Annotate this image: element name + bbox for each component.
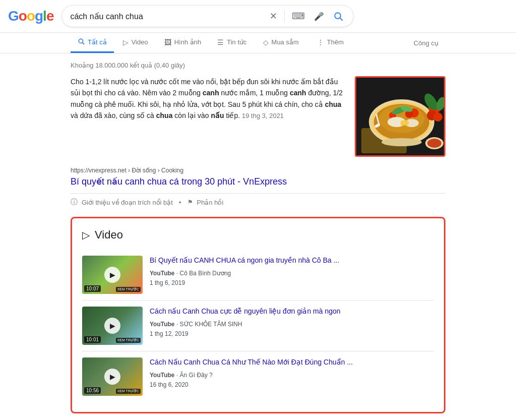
search-input[interactable]	[70, 12, 264, 21]
video-info-2: Cách nấu Canh Chua cực dễ nguyên liệu đơ…	[150, 307, 434, 339]
feedback-circle-icon: ⓘ	[71, 198, 78, 207]
video-source-3: YouTube · Ăn Gì Đây ? 16 thg 6, 2020	[150, 371, 434, 390]
snippet-image	[356, 78, 445, 157]
video-duration: 10:07	[84, 285, 101, 292]
shopping-tab-icon: ◇	[263, 38, 269, 46]
video-info-3: Cách Nấu Canh Chua Cá Như Thế Nào Mới Đạ…	[150, 357, 434, 390]
more-tab-icon: ⋮	[317, 38, 324, 46]
tab-hinh-anh[interactable]: 🖼 Hình ảnh	[157, 33, 209, 53]
tools-label: Công cụ	[414, 39, 438, 47]
snippet-text: Cho 1-1,2 lít nước lọc và nước cốt me và…	[71, 76, 347, 157]
google-logo: Google	[8, 8, 53, 24]
tab-label: Mua sắm	[272, 38, 299, 46]
tab-tin-tuc[interactable]: ☰ Tin tức	[210, 33, 253, 53]
video-date: 1 thg 6, 2019	[150, 279, 185, 286]
keyboard-icon[interactable]: ⌨	[290, 9, 307, 24]
video-section: ▷ Video ▶ 10:07 XEM TRƯỚC Bí Quyết nấu C…	[71, 217, 445, 413]
video-info-1: Bí Quyết nấu CANH CHUA cá ngon gia truyề…	[150, 256, 434, 288]
source-url: https://vnexpress.net › Đời sống › Cooki…	[71, 167, 445, 174]
tab-label: Thêm	[327, 38, 344, 46]
tab-mua-sam[interactable]: ◇ Mua sắm	[256, 33, 306, 53]
clear-button[interactable]: ✕	[268, 9, 279, 24]
svg-point-27	[427, 139, 441, 148]
svg-point-18	[381, 138, 422, 146]
search-bar: ✕ ⌨ 🎤	[61, 5, 354, 27]
svg-point-23	[433, 112, 442, 122]
source-title[interactable]: Bí quyết nấu canh chua cá trong 30 phút …	[71, 176, 445, 187]
video-section-header: ▷ Video	[82, 228, 434, 242]
video-date: 16 thg 6, 2020	[150, 381, 188, 388]
news-tab-icon: ☰	[217, 38, 224, 46]
video-platform: YouTube	[150, 372, 175, 379]
about-snippet-label[interactable]: Giới thiệu về đoạn trích nổi bật	[82, 199, 173, 206]
separator: •	[179, 199, 181, 206]
video-platform: YouTube	[150, 270, 175, 277]
video-platform: YouTube	[150, 321, 175, 328]
play-button: ▶	[104, 267, 120, 283]
video-channel: Cô Ba Bình Dương	[180, 270, 231, 277]
video-duration: 10:56	[84, 387, 101, 394]
video-title-3[interactable]: Cách Nấu Canh Chua Cá Như Thế Nào Mới Đạ…	[150, 357, 434, 368]
nav-tabs: Tất cả ▷ Video 🖼 Hình ảnh ☰ Tin tức ◇ Mu…	[0, 33, 516, 53]
svg-rect-17	[401, 121, 409, 126]
play-button: ▶	[104, 369, 120, 385]
feedback-icon: ⚑	[187, 199, 193, 206]
tab-video[interactable]: ▷ Video	[116, 33, 155, 53]
thumbnail-bg: ▶ 10:07 XEM TRƯỚC	[82, 256, 143, 294]
video-thumb-label: XEM TRƯỚC	[116, 338, 141, 343]
thumbnail-bg: ▶ 10:56 XEM TRƯỚC	[82, 357, 143, 396]
video-thumbnail-2[interactable]: ▶ 10:01 XEM TRƯỚC	[82, 307, 143, 345]
tab-label: Tin tức	[227, 38, 246, 46]
snippet-date: 19 thg 3, 2021	[242, 112, 284, 119]
video-title-2[interactable]: Cách nấu Canh Chua cực dễ nguyên liệu đơ…	[150, 307, 434, 317]
mic-icon[interactable]: 🎤	[312, 10, 326, 23]
header: Google ✕ ⌨ 🎤	[0, 0, 516, 33]
snippet-image-container	[355, 76, 445, 157]
svg-line-1	[340, 18, 343, 21]
play-button: ▶	[104, 318, 120, 334]
main-content: Khoảng 18.000.000 kết quả (0,40 giây) Ch…	[0, 53, 516, 420]
divider	[284, 10, 285, 22]
video-thumb-label: XEM TRƯỚC	[116, 389, 141, 394]
video-title-1[interactable]: Bí Quyết nấu CANH CHUA cá ngon gia truyề…	[150, 256, 434, 266]
featured-snippet: Cho 1-1,2 lít nước lọc và nước cốt me và…	[71, 76, 445, 157]
video-source-2: YouTube · SỨC KHỎE TÂM SINH 1 thg 12, 20…	[150, 320, 434, 339]
video-section-icon: ▷	[82, 229, 90, 241]
video-source-1: YouTube · Cô Ba Bình Dương 1 thg 6, 2019	[150, 269, 434, 288]
video-item: ▶ 10:01 XEM TRƯỚC Cách nấu Canh Chua cực…	[82, 301, 434, 351]
video-thumbnail-1[interactable]: ▶ 10:07 XEM TRƯỚC	[82, 256, 143, 294]
video-item: ▶ 10:07 XEM TRƯỚC Bí Quyết nấu CANH CHUA…	[82, 250, 434, 301]
video-thumbnail-3[interactable]: ▶ 10:56 XEM TRƯỚC	[82, 357, 143, 396]
video-tab-icon: ▷	[123, 38, 128, 46]
video-channel: SỨC KHỎE TÂM SINH	[180, 321, 242, 328]
thumbnail-bg: ▶ 10:01 XEM TRƯỚC	[82, 307, 143, 345]
video-channel: Ăn Gì Đây ?	[180, 372, 213, 379]
tab-label: Hình ảnh	[174, 38, 202, 46]
svg-line-3	[83, 43, 84, 44]
video-item: ▶ 10:56 XEM TRƯỚC Cách Nấu Canh Chua Cá …	[82, 351, 434, 402]
search-icon	[78, 38, 85, 46]
results-count: Khoảng 18.000.000 kết quả (0,40 giây)	[71, 62, 445, 69]
tab-tat-ca[interactable]: Tất cả	[71, 33, 114, 53]
tools-button[interactable]: Công cụ	[407, 34, 445, 52]
image-tab-icon: 🖼	[164, 38, 171, 46]
tab-label: Tất cả	[88, 38, 107, 46]
search-icons: ✕ ⌨ 🎤	[268, 9, 345, 24]
video-thumb-label: XEM TRƯỚC	[116, 287, 141, 292]
video-date: 1 thg 12, 2019	[150, 330, 188, 337]
feedback-label[interactable]: Phản hồi	[197, 199, 224, 206]
tab-them[interactable]: ⋮ Thêm	[310, 33, 351, 53]
tab-label: Video	[132, 38, 148, 46]
feedback-row: ⓘ Giới thiệu về đoạn trích nổi bật • ⚑ P…	[71, 193, 445, 207]
video-section-title: Video	[95, 228, 123, 242]
video-duration: 10:01	[84, 336, 101, 343]
search-button[interactable]	[331, 9, 345, 23]
